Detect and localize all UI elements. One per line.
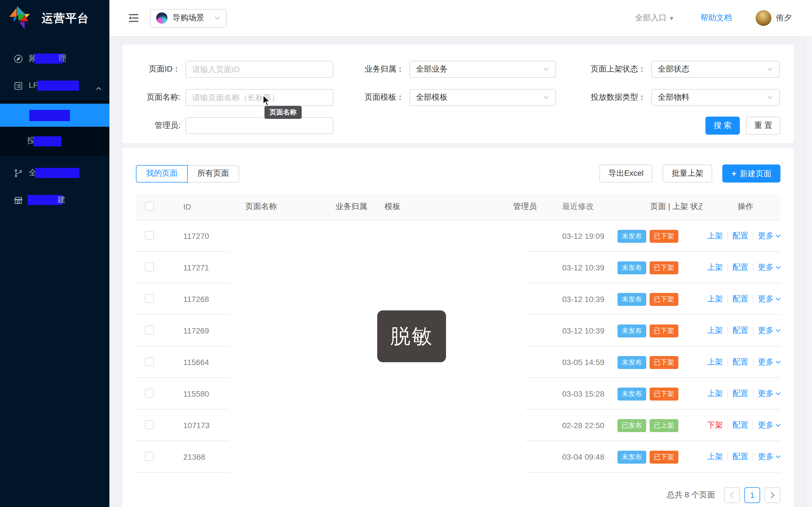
business-select[interactable]: 全部业务	[409, 61, 556, 78]
page-id-input[interactable]	[186, 61, 333, 78]
row-checkbox[interactable]	[145, 325, 154, 334]
chevron-down-icon	[775, 423, 780, 428]
divider	[727, 421, 728, 430]
data-type-label: 投放数据类型：	[562, 93, 646, 103]
shelf-toggle-link[interactable]: 上架	[707, 357, 723, 367]
select-all-checkbox[interactable]	[145, 202, 154, 210]
config-link[interactable]: 配置	[732, 357, 748, 367]
template-label: 页面模板：	[337, 93, 404, 103]
shelf-toggle-link[interactable]: 下架	[707, 420, 723, 431]
menu-fold-icon[interactable]	[128, 12, 140, 24]
row-id: 107173	[167, 421, 230, 430]
template-select-value: 全部模板	[416, 93, 543, 103]
create-page-button[interactable]: +新建页面	[722, 165, 780, 182]
shelf-toggle-link[interactable]: 上架	[707, 263, 723, 273]
row-actions: 上架配置更多	[702, 357, 780, 367]
row-status: 未发布已下架	[612, 324, 702, 337]
row-checkbox[interactable]	[145, 294, 154, 303]
shelf-status-select[interactable]: 全部状态	[651, 61, 780, 78]
scrollbar-track[interactable]	[805, 36, 812, 507]
scene-selector[interactable]: 导购场景	[150, 9, 227, 27]
more-link[interactable]: 更多	[758, 294, 780, 304]
chevron-down-icon	[543, 95, 549, 100]
shelf-toggle-link[interactable]: 上架	[707, 294, 723, 304]
row-checkbox[interactable]	[145, 420, 154, 429]
redaction-box	[35, 54, 63, 64]
config-link[interactable]: 配置	[732, 294, 748, 304]
sidebar-item-lp[interactable]: LP	[0, 74, 109, 97]
export-excel-button[interactable]: 导出Excel	[599, 165, 652, 182]
tab-all-pages[interactable]: 所有页面	[187, 165, 239, 182]
help-doc-link[interactable]: 帮助文档	[700, 13, 732, 23]
chevron-down-icon	[543, 67, 549, 71]
publish-status-badge: 未发布	[617, 450, 646, 463]
pagination-prev-button[interactable]	[724, 487, 740, 503]
batch-shelf-button[interactable]: 批量上架	[663, 165, 712, 182]
publish-status-badge: 未发布	[617, 324, 646, 337]
shelf-status-badge: 已下架	[650, 261, 678, 274]
data-type-select[interactable]: 全部物料	[651, 89, 780, 106]
config-link[interactable]: 配置	[732, 452, 748, 462]
more-link[interactable]: 更多	[758, 231, 780, 241]
shelf-toggle-link[interactable]: 上架	[707, 389, 723, 399]
page-id-label: 页面ID：	[136, 64, 181, 74]
row-id: 117270	[167, 231, 230, 240]
admin-input[interactable]	[186, 117, 333, 134]
shelf-toggle-link[interactable]: 上架	[707, 326, 723, 336]
more-link[interactable]: 更多	[758, 389, 780, 399]
divider	[753, 232, 753, 240]
sidebar-item-label	[27, 110, 70, 121]
search-button[interactable]: 搜 索	[705, 117, 740, 135]
sidebar-item-traffic[interactable]: 全	[0, 162, 109, 184]
redaction-box	[37, 80, 79, 91]
config-link[interactable]: 配置	[732, 263, 748, 273]
row-checkbox[interactable]	[145, 452, 154, 460]
row-status: 未发布已下架	[612, 450, 702, 463]
sidebar-item-channel[interactable]: 频理	[0, 47, 109, 70]
template-select[interactable]: 全部模板	[409, 89, 556, 106]
redaction-box	[35, 168, 80, 178]
user-menu[interactable]: 侑夕	[756, 10, 792, 26]
divider	[753, 327, 753, 335]
more-link[interactable]: 更多	[758, 452, 780, 462]
row-checkbox[interactable]	[145, 357, 154, 366]
pagination-next-button[interactable]	[765, 487, 780, 503]
row-modified: 03-12 10:39	[551, 295, 612, 304]
row-checkbox[interactable]	[145, 231, 154, 240]
pagination-page-1[interactable]: 1	[744, 487, 760, 503]
more-link[interactable]: 更多	[758, 420, 780, 431]
reset-button[interactable]: 重 置	[746, 117, 780, 135]
row-status: 未发布已下架	[612, 356, 702, 369]
shelf-toggle-link[interactable]: 上架	[707, 231, 723, 241]
shelf-toggle-link[interactable]: 上架	[707, 452, 723, 462]
list-icon	[13, 81, 23, 91]
all-entries-dropdown[interactable]: 全部入口▼	[635, 13, 674, 23]
main-area: 导购场景 全部入口▼ 帮助文档 侑夕 页面ID：	[109, 0, 812, 507]
col-actions: 操作	[702, 202, 780, 212]
sidebar-subitem-delivery[interactable]: 投	[0, 129, 109, 153]
more-link[interactable]: 更多	[758, 357, 780, 367]
shelf-status-label: 页面上架状态：	[562, 64, 646, 74]
row-checkbox[interactable]	[145, 262, 154, 271]
config-link[interactable]: 配置	[732, 326, 748, 336]
more-link[interactable]: 更多	[758, 263, 780, 273]
row-checkbox[interactable]	[145, 388, 154, 397]
row-status: 未发布已下架	[612, 387, 702, 400]
publish-status-badge: 已发布	[617, 419, 646, 432]
page-name-input[interactable]	[186, 89, 333, 106]
more-link[interactable]: 更多	[758, 326, 780, 336]
logo-row: 运营平台	[0, 0, 109, 36]
row-id: 117271	[167, 263, 230, 272]
shelf-status-badge: 已上架	[650, 419, 678, 432]
config-link[interactable]: 配置	[732, 231, 748, 241]
config-link[interactable]: 配置	[732, 389, 748, 399]
row-actions: 上架配置更多	[702, 231, 780, 241]
sidebar-subitem-active[interactable]	[0, 104, 109, 127]
divider	[727, 453, 728, 461]
shelf-status-badge: 已下架	[650, 230, 678, 242]
row-actions: 下架配置更多	[702, 420, 780, 431]
config-link[interactable]: 配置	[732, 420, 748, 431]
row-status: 未发布已下架	[612, 230, 702, 242]
sidebar-item-shop[interactable]: 建	[0, 189, 109, 211]
tab-my-pages[interactable]: 我的页面	[136, 165, 188, 182]
